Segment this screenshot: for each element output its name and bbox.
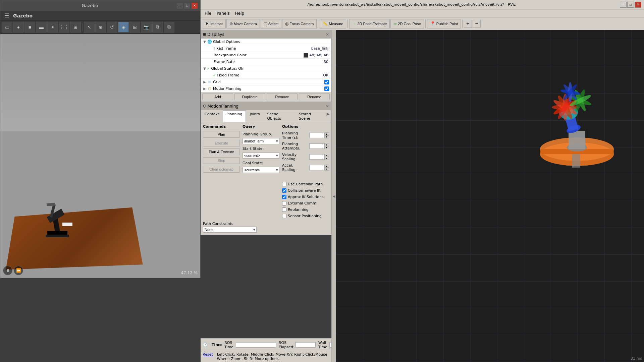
collapse-handle[interactable]: ◀ xyxy=(331,30,336,362)
mp-content: Commands Plan Execute Plan & Execute Sto… xyxy=(201,122,331,235)
background-color-swatch[interactable] xyxy=(304,53,308,58)
focus-camera-button[interactable]: ◎ Focus Camera xyxy=(282,19,317,28)
accel-scaling-input[interactable]: 0.10 xyxy=(309,165,324,170)
toolbar-circle-button[interactable]: ● xyxy=(13,22,24,33)
mp-panel-close[interactable]: ✕ xyxy=(326,104,329,109)
toolbar-sun-button[interactable]: ☀ xyxy=(47,22,58,33)
add-display-button[interactable]: Add xyxy=(202,94,233,100)
planning-time-input[interactable]: 5.0 xyxy=(309,133,324,138)
rviz-menu-help[interactable]: Help xyxy=(232,10,247,16)
tab-context[interactable]: Context xyxy=(201,110,223,122)
toolbar-refresh-button[interactable]: ↺ xyxy=(107,22,117,33)
toolbar-highlight-button[interactable]: ◈ xyxy=(118,22,129,33)
move-camera-button[interactable]: ⊕ Move Camera xyxy=(226,19,260,28)
gazebo-minimize-button[interactable]: — xyxy=(177,3,183,9)
tab-joints[interactable]: Joints xyxy=(246,110,263,122)
interact-button[interactable]: 🖱 Interact xyxy=(202,19,226,28)
gazebo-close-button[interactable]: ✕ xyxy=(192,3,198,9)
planning-time-up[interactable]: ▲ xyxy=(324,132,329,135)
planning-attempts-down[interactable]: ▼ xyxy=(324,146,329,149)
scene-pause-button[interactable]: ⏸ xyxy=(3,266,12,275)
grid-row[interactable]: ▶ ⊞ Grid xyxy=(201,79,331,85)
toolbar-move-button[interactable]: ⊕ xyxy=(95,22,106,33)
global-options-row[interactable]: ▼ 🌐 Global Options xyxy=(201,39,331,45)
toolbar-camera-button[interactable]: 📷 xyxy=(141,22,152,33)
execute-button[interactable]: Execute xyxy=(203,140,240,146)
fixed-frame-row[interactable]: Fixed Frame base_link xyxy=(201,45,331,52)
tab-planning[interactable]: Planning xyxy=(223,110,246,122)
planning-group-select[interactable]: akabot_arm xyxy=(243,138,279,144)
rviz-viewport[interactable]: 31 fps xyxy=(336,30,644,362)
accel-scaling-down[interactable]: ▼ xyxy=(324,168,329,171)
duplicate-display-button[interactable]: Duplicate xyxy=(234,94,265,100)
measure-button[interactable]: 📏 Measure xyxy=(320,19,346,28)
grid-checkbox[interactable] xyxy=(324,80,329,84)
external-comm-checkbox[interactable] xyxy=(282,201,286,205)
use-cartesian-path-checkbox[interactable] xyxy=(282,182,286,186)
toolbar-minus-button[interactable]: − xyxy=(473,20,481,28)
velocity-scaling-up[interactable]: ▲ xyxy=(324,154,329,157)
plan-button[interactable]: Plan xyxy=(203,131,240,138)
rviz-menu-file[interactable]: File xyxy=(202,10,214,16)
frame-rate-row[interactable]: Frame Rate 30 xyxy=(201,59,331,65)
planning-time-down[interactable]: ▼ xyxy=(324,135,329,138)
gazebo-viewport[interactable]: 47.12 % ⏸ ⏩ xyxy=(0,34,200,278)
rviz-toolbar: 🖱 Interact ⊕ Move Camera ☐ Select ◎ Focu… xyxy=(201,17,644,30)
toolbar-cube-button[interactable]: ■ xyxy=(24,22,35,33)
ros-elapsed-value[interactable]: 27.07 xyxy=(296,342,316,348)
toolbar-cylinder-button[interactable]: ▬ xyxy=(36,22,47,33)
tab-stored-scene[interactable]: Stored Scene xyxy=(295,110,325,122)
select-button[interactable]: ☐ Select xyxy=(261,19,282,28)
goal-state-select[interactable]: <current> xyxy=(243,167,279,173)
gazebo-menu-more-button[interactable]: ☰ xyxy=(3,12,10,19)
toolbar-paste-button[interactable]: ⧉ xyxy=(164,22,174,33)
gazebo-maximize-button[interactable]: □ xyxy=(184,3,190,9)
velocity-scaling-down[interactable]: ▼ xyxy=(324,157,329,160)
plan-execute-button[interactable]: Plan & Execute xyxy=(203,148,240,155)
toolbar-select-button[interactable]: ▭ xyxy=(2,22,12,33)
collision-aware-ik-checkbox[interactable] xyxy=(282,188,286,193)
toolbar-hatch-button[interactable]: ⋮⋮ xyxy=(59,22,69,33)
global-status-row[interactable]: ▼ ✓ Global Status: Ok xyxy=(201,65,331,72)
path-constraints-select[interactable]: None xyxy=(203,227,257,233)
approx-ik-checkbox[interactable] xyxy=(282,195,286,199)
pose-2d-button[interactable]: → 2D Pose Estimate xyxy=(349,19,390,28)
toolbar-grid-button[interactable]: ⊞ xyxy=(129,22,140,33)
rename-display-button[interactable]: Rename xyxy=(299,94,330,100)
reset-button[interactable]: Reset xyxy=(203,352,213,361)
motion-planning-row[interactable]: ▶ ⬡ MotionPlanning xyxy=(201,85,331,92)
publish-point-button[interactable]: 📍 Publish Point xyxy=(427,19,461,28)
rviz-minimize-button[interactable]: — xyxy=(620,2,627,8)
mp-tabs-more[interactable]: ▶ xyxy=(325,110,331,122)
motion-planning-checkbox[interactable] xyxy=(324,86,329,91)
ros-time-value[interactable]: 1725386300.07 xyxy=(236,342,276,348)
planning-attempts-up[interactable]: ▲ xyxy=(324,143,329,146)
scene-forward-button[interactable]: ⏩ xyxy=(14,266,23,275)
global-status-expand[interactable]: ▼ xyxy=(202,66,207,71)
background-color-row[interactable]: Background Color 48; 48; 48 xyxy=(201,52,331,59)
toolbar-plus-button[interactable]: + xyxy=(464,20,472,28)
displays-panel-close[interactable]: ✕ xyxy=(326,32,329,37)
accel-scaling-up[interactable]: ▲ xyxy=(324,165,329,168)
toolbar-copy-button[interactable]: ⧉ xyxy=(152,22,163,33)
start-state-select[interactable]: <current> xyxy=(243,153,279,159)
remove-display-button[interactable]: Remove xyxy=(267,94,298,100)
replanning-checkbox[interactable] xyxy=(282,207,286,212)
goal-2d-button[interactable]: ⇒ 2D Goal Pose xyxy=(390,19,424,28)
toolbar-pointer-button[interactable]: ⊞ xyxy=(70,22,81,33)
planning-attempts-input[interactable]: 10 xyxy=(309,143,324,149)
clear-octomap-button[interactable]: Clear octomap xyxy=(203,166,240,173)
fixed-frame-status-row[interactable]: ✓ Fixed Frame OK xyxy=(201,72,331,79)
tab-scene-objects[interactable]: Scene Objects xyxy=(264,110,296,122)
rviz-close-button[interactable]: ✕ xyxy=(635,2,641,8)
velocity-scaling-input[interactable]: 0.30 xyxy=(309,154,324,160)
rviz-maximize-button[interactable]: □ xyxy=(627,2,634,8)
rviz-menu-panels[interactable]: Panels xyxy=(214,10,232,16)
panels-scroll-area[interactable]: ⊞ Displays ✕ ▼ 🌐 Global Options xyxy=(201,30,331,338)
sensor-positioning-checkbox[interactable] xyxy=(282,214,286,218)
stop-button[interactable]: Stop xyxy=(203,157,240,164)
global-options-expand[interactable]: ▼ xyxy=(202,40,207,44)
grid-expand[interactable]: ▶ xyxy=(202,80,207,84)
toolbar-arrow-button[interactable]: ↖ xyxy=(84,22,95,33)
motion-planning-expand[interactable]: ▶ xyxy=(202,86,207,91)
